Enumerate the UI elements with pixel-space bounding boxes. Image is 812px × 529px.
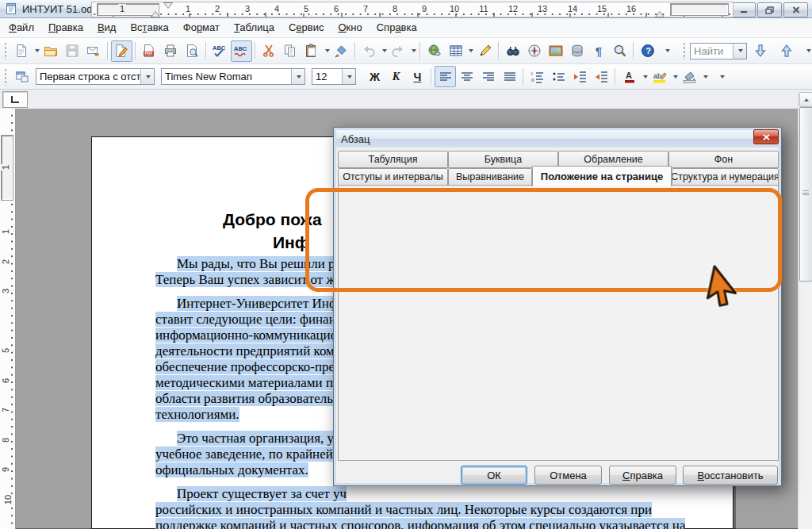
draw-functions-button[interactable] (474, 40, 496, 62)
paragraph-style-combo[interactable]: Первая строка с отсту (36, 68, 155, 85)
first-line-indent-marker[interactable] (163, 2, 173, 9)
undo-button[interactable] (358, 40, 380, 62)
data-sources-button[interactable] (566, 40, 588, 62)
restore-button[interactable] (757, 2, 782, 17)
background-color-button[interactable] (679, 66, 700, 87)
menu-table[interactable]: Таблица (227, 18, 282, 37)
menu-file[interactable]: Файл (2, 18, 41, 37)
find-dropdown[interactable] (733, 44, 746, 59)
new-document-button[interactable] (11, 40, 33, 62)
font-name-dropdown[interactable] (291, 69, 304, 84)
find-toolbar-grip[interactable] (682, 42, 687, 59)
menu-window[interactable]: Окно (331, 18, 369, 37)
redo-button[interactable] (388, 40, 409, 62)
toolbar-overflow[interactable] (663, 41, 671, 61)
navigator-button[interactable] (523, 40, 545, 62)
find-next-button[interactable] (750, 40, 772, 62)
insert-table-button[interactable] (445, 40, 466, 62)
new-document-dropdown[interactable] (33, 41, 40, 61)
reset-button[interactable]: Восстановить (683, 466, 778, 485)
menu-insert[interactable]: Вставка (123, 18, 175, 37)
align-center-button[interactable] (456, 66, 477, 87)
cancel-button[interactable]: Отмена (534, 466, 602, 485)
menu-help[interactable]: Справка (370, 18, 424, 37)
right-indent-marker[interactable] (655, 11, 665, 17)
undo-dropdown[interactable] (380, 41, 388, 61)
zoom-button[interactable] (609, 40, 630, 62)
export-pdf-button[interactable]: PDF (139, 40, 160, 62)
ruler-number: 2 (213, 4, 221, 13)
ruler-number: 2 (1, 259, 10, 265)
open-button[interactable] (40, 40, 62, 62)
bold-button[interactable]: Ж (364, 66, 385, 87)
hyperlink-button[interactable] (423, 40, 445, 62)
cut-icon[interactable] (259, 40, 280, 62)
toolbar-grip[interactable] (3, 42, 8, 59)
gallery-button[interactable] (545, 40, 566, 62)
styles-window-button[interactable] (11, 66, 33, 87)
numbered-list-button[interactable]: III (527, 66, 548, 87)
help-button[interactable]: Справка (609, 466, 676, 485)
paste-dropdown[interactable] (323, 41, 331, 61)
close-button[interactable] (783, 2, 808, 17)
help-button[interactable]: ? (637, 40, 658, 62)
find-toolbar-overflow[interactable] (804, 41, 812, 61)
menu-view[interactable]: Вид (90, 18, 124, 37)
menu-tools[interactable]: Сервис (282, 18, 331, 37)
align-left-button[interactable] (435, 66, 456, 87)
scroll-up-button[interactable] (799, 92, 812, 107)
insert-table-dropdown[interactable] (466, 41, 474, 61)
highlight-color-dropdown[interactable] (670, 67, 679, 86)
save-button[interactable] (62, 40, 83, 62)
copy-button[interactable] (280, 40, 301, 62)
paste-button[interactable] (301, 40, 323, 62)
find-replace-button[interactable] (502, 40, 523, 62)
toolbar-grip[interactable] (3, 68, 8, 86)
email-button[interactable] (83, 40, 105, 62)
menu-format[interactable]: Формат (176, 18, 227, 37)
edit-file-button[interactable] (111, 40, 132, 62)
bullet-list-button[interactable] (548, 66, 569, 87)
autospellcheck-button[interactable]: ABC (231, 40, 252, 62)
menu-edit[interactable]: Правка (41, 18, 90, 37)
underline-button[interactable]: Ч (407, 66, 428, 87)
font-color-dropdown[interactable] (640, 67, 649, 86)
increase-indent-button[interactable] (591, 66, 612, 87)
tab-stop-selector[interactable] (2, 91, 28, 108)
font-size-dropdown[interactable] (342, 69, 355, 84)
tab-background[interactable]: Фон (668, 151, 779, 168)
tab-text-flow-active[interactable]: Положение на странице (532, 166, 672, 186)
font-name-combo[interactable]: Times New Roman (161, 68, 305, 85)
left-indent-marker[interactable] (151, 11, 160, 17)
redo-dropdown[interactable] (409, 41, 417, 61)
minimize-button[interactable] (731, 2, 756, 17)
scrollbar-thumb[interactable] (799, 107, 812, 282)
page-preview-button[interactable] (182, 40, 203, 62)
right-margin-zone (670, 3, 729, 16)
align-justify-button[interactable] (499, 66, 520, 87)
ruler-number: 5 (302, 4, 310, 13)
tab-outline-numbering[interactable]: Структура и нумерация (672, 168, 779, 186)
ok-button[interactable]: ОК (461, 466, 527, 485)
paragraph-style-dropdown[interactable] (140, 69, 154, 84)
find-input[interactable]: Найти (690, 43, 747, 59)
align-right-button[interactable] (477, 66, 499, 87)
vertical-scrollbar[interactable] (798, 91, 812, 529)
italic-button[interactable]: К (385, 66, 407, 87)
tab-alignment[interactable]: Выравнивание (448, 168, 532, 186)
toolbar-overflow[interactable] (717, 67, 726, 86)
print-button[interactable] (160, 40, 182, 62)
spellcheck-button[interactable]: ABC (209, 40, 231, 62)
tab-tabs[interactable]: Табуляция (338, 151, 448, 168)
formatting-marks-button[interactable]: ¶ (588, 40, 609, 62)
background-color-dropdown[interactable] (700, 67, 709, 86)
format-paintbrush-button[interactable] (331, 40, 352, 62)
decrease-indent-button[interactable] (569, 66, 591, 87)
font-color-button[interactable]: А (619, 66, 640, 87)
font-size-combo[interactable]: 12 (312, 68, 356, 85)
find-previous-button[interactable] (776, 40, 798, 62)
left-tab-icon (11, 96, 19, 103)
tab-indents-spacing[interactable]: Отступы и интервалы (338, 168, 448, 186)
dialog-close-button[interactable] (753, 129, 779, 144)
highlight-color-button[interactable]: ab (649, 66, 670, 87)
